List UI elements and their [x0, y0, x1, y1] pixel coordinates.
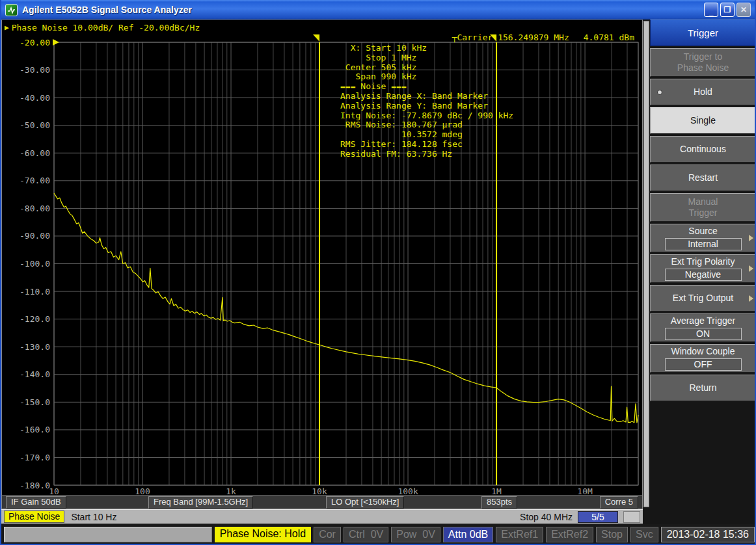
status-indicator-stop: Stop — [596, 527, 628, 542]
menu-item-label: Ext Trig Output — [673, 293, 733, 304]
setting-853pts: 853pts — [481, 496, 517, 509]
stop-frequency-label: Stop 40 MHz — [520, 512, 573, 522]
app-icon — [5, 4, 18, 16]
band-marker-start-10khz-flag-icon[interactable] — [313, 34, 319, 42]
menu-item-restart[interactable]: Restart — [650, 165, 756, 191]
y-tick-label: -140.0 — [20, 369, 50, 379]
y-tick-label: -180.0 — [20, 481, 50, 490]
carrier-power: 4.0781 dBm — [584, 33, 634, 42]
ref-level-label: -20.00 — [20, 38, 50, 47]
setting-freq-band-99m-1-5ghz: Freq Band [99M-1.5GHz] — [148, 496, 253, 509]
carrier-label: Carrier — [457, 33, 493, 42]
y-tick-label: -80.00 — [20, 204, 50, 213]
menu-item-ext-trig-polarity[interactable]: Ext Trig PolarityNegative — [650, 254, 756, 283]
window-titlebar: Agilent E5052B Signal Source Analyzer _ … — [1, 0, 755, 20]
status-indicator-cor: Cor — [314, 527, 341, 542]
menu-item-value: Negative — [665, 269, 742, 281]
selected-bullet-icon — [657, 90, 662, 95]
phase-noise-plot-panel: ▶ Phase Noise 10.00dB/ Ref -20.00dBc/Hz … — [1, 20, 643, 509]
minimize-button[interactable]: _ — [704, 3, 718, 17]
y-tick-label: -70.00 — [20, 176, 50, 185]
submenu-arrow-icon — [749, 295, 753, 302]
y-tick-label: -40.00 — [20, 93, 50, 103]
tab-phase-noise[interactable]: Phase Noise — [4, 511, 64, 523]
status-indicator-extref1: ExtRef1 — [496, 527, 543, 542]
menu-item-label: Trigger to Phase Noise — [677, 51, 729, 73]
menu-item-value: Internal — [665, 238, 742, 250]
trace-scale-label: Phase Noise 10.00dB/ Ref -20.00dBc/Hz — [12, 23, 200, 33]
menu-item-average-trigger[interactable]: Average TriggerON — [650, 313, 756, 342]
trace-count-badge: 5/5 — [578, 511, 618, 523]
y-tick-label: -170.0 — [20, 453, 50, 462]
x-tick-label: 10M — [577, 486, 593, 496]
menu-item-hold[interactable]: Hold — [650, 79, 756, 105]
ref-level-arrow-icon — [53, 39, 59, 46]
submenu-arrow-icon — [749, 235, 753, 241]
noise-analysis-readout: X: Start 10 kHz Stop 1 MHz Center 505 kH… — [340, 44, 513, 159]
menu-item-trigger-to-phase-noise: Trigger to Phase Noise — [650, 48, 756, 77]
message-panel — [4, 527, 212, 542]
status-indicator-ctrl-0v: Ctrl 0V — [344, 527, 388, 542]
menu-item-label: Manual Trigger — [688, 196, 718, 219]
datetime-display: 2013-02-18 15:36 — [661, 527, 755, 542]
y-tick-label: -150.0 — [20, 397, 50, 407]
menu-item-single[interactable]: Single — [650, 107, 756, 134]
menu-item-manual-trigger: Manual Trigger — [650, 193, 756, 222]
y-tick-label: -60.00 — [20, 148, 50, 158]
y-tick-label: -30.00 — [20, 65, 50, 75]
menu-item-label: Return — [689, 382, 716, 393]
y-tick-label: -100.0 — [20, 259, 50, 269]
range-bar-spacer-box — [623, 511, 640, 523]
trace-info-bar: ▶ Phase Noise 10.00dB/ Ref -20.00dBc/Hz — [5, 21, 200, 33]
restore-button[interactable]: ❐ — [720, 3, 735, 17]
y-tick-label: -90.00 — [20, 231, 50, 241]
status-indicator-attn-0db: Attn 0dB — [443, 527, 493, 542]
menu-item-label: Hold — [694, 86, 712, 98]
close-button[interactable]: ✕ — [736, 3, 751, 17]
y-tick-label: -50.00 — [20, 120, 50, 130]
application-window: Agilent E5052B Signal Source Analyzer _ … — [0, 0, 756, 545]
status-indicator-pow-0v: Pow 0V — [391, 527, 440, 542]
phase-noise-chart: -20.00-30.00-40.00-50.00-60.00-70.00-80.… — [2, 20, 642, 496]
status-indicator-svc: Svc — [630, 527, 658, 542]
menu-item-label: Continuous — [680, 144, 726, 155]
start-frequency-label: Start 10 Hz — [71, 512, 116, 522]
menu-item-label: Source — [688, 226, 717, 237]
menu-item-label: Average Trigger — [671, 315, 735, 326]
setting-corre-5: Corre 5 — [600, 496, 638, 509]
trace-marker-icon: ▶ — [5, 23, 9, 32]
menu-item-ext-trig-output[interactable]: Ext Trig Output — [650, 285, 756, 312]
y-tick-label: -160.0 — [20, 425, 50, 434]
carrier-marker-icon: ┬ — [452, 33, 457, 42]
softkey-sidebar: Trigger Trigger to Phase NoiseHoldSingle… — [643, 20, 756, 524]
menu-item-window-couple[interactable]: Window CoupleOFF — [650, 344, 756, 373]
x-tick-label: 1M — [491, 486, 502, 496]
y-tick-label: -130.0 — [20, 342, 50, 352]
status-indicator-extref2: ExtRef2 — [546, 527, 593, 542]
x-tick-label: 1k — [226, 486, 236, 496]
trigger-state-badge: Phase Noise: Hold — [215, 527, 312, 542]
y-tick-label: -120.0 — [20, 314, 50, 324]
menu-item-label: Ext Trig Polarity — [671, 256, 735, 267]
measurement-range-bar: Phase Noise Start 10 Hz Stop 40 MHz 5/5 — [1, 509, 643, 524]
menu-scrollbar[interactable] — [643, 21, 649, 507]
carrier-frequency: 156.249879 MHz — [498, 33, 569, 42]
menu-item-label: Window Couple — [671, 346, 735, 357]
x-tick-label: 10 — [49, 486, 59, 496]
setting-lo-opt-150khz: LO Opt [<150kHz] — [326, 496, 404, 509]
menu-item-continuous[interactable]: Continuous — [650, 136, 756, 163]
menu-item-value: ON — [665, 328, 742, 340]
x-tick-label: 100k — [398, 486, 418, 496]
submenu-arrow-icon — [749, 265, 753, 272]
carrier-readout: ┬Carrier 156.249879 MHz4.0781 dBm — [452, 33, 634, 42]
x-tick-label: 10k — [312, 486, 327, 496]
menu-item-source[interactable]: SourceInternal — [650, 224, 756, 252]
menu-item-return[interactable]: Return — [650, 375, 756, 401]
setting-if-gain-50db: IF Gain 50dB — [6, 496, 66, 509]
x-tick-label: 100 — [135, 486, 150, 496]
menu-item-label: Restart — [688, 172, 718, 183]
window-title: Agilent E5052B Signal Source Analyzer — [22, 5, 699, 15]
menu-title: Trigger — [650, 20, 756, 46]
settings-strip: IF Gain 50dBFreq Band [99M-1.5GHz]LO Opt… — [2, 495, 642, 509]
y-tick-label: -110.0 — [20, 287, 50, 297]
